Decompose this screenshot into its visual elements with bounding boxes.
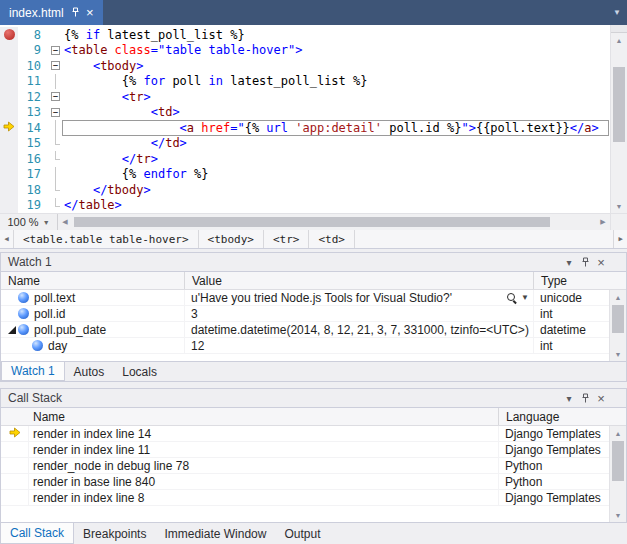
editor-indicator-margin[interactable] (0, 43, 18, 59)
watch-title-bar[interactable]: Watch 1 ▾× (1, 253, 626, 272)
watch-column-type[interactable]: Type (534, 272, 626, 289)
fold-margin[interactable]: − (48, 105, 64, 121)
scrollbar-thumb[interactable] (74, 217, 550, 227)
zoom-control[interactable]: 100 % ▼ (0, 214, 58, 230)
scrollbar-splitter-handle[interactable] (611, 25, 627, 33)
breadcrumb-item-td[interactable]: <td> (309, 230, 355, 248)
pin-icon[interactable] (577, 254, 593, 270)
watch-row[interactable]: poll.textu'Have you tried Node.js Tools … (1, 290, 609, 306)
code-text[interactable]: <tr> (64, 90, 610, 104)
code-text[interactable]: </tbody> (64, 183, 610, 197)
watch-column-name[interactable]: Name (1, 272, 185, 289)
editor-indicator-margin[interactable] (0, 182, 18, 198)
tab-watch-1[interactable]: Watch 1 (1, 362, 65, 381)
watch-column-value[interactable]: Value (185, 272, 534, 289)
expander-expanded-icon[interactable] (8, 326, 16, 334)
fold-margin[interactable]: − (48, 58, 64, 74)
editor-indicator-margin[interactable] (0, 74, 18, 90)
call-stack-row[interactable]: render_node in debug line 78Python (1, 458, 609, 474)
fold-margin[interactable]: − (48, 89, 64, 105)
tab-call-stack[interactable]: Call Stack (0, 523, 74, 544)
fold-margin[interactable] (48, 182, 64, 198)
close-icon[interactable]: × (593, 390, 609, 406)
breadcrumb-item-tr[interactable]: <tr> (264, 230, 310, 248)
scroll-up-icon[interactable]: ▲ (611, 33, 627, 47)
call-stack-row[interactable]: render in index line 8Django Templates (1, 490, 609, 506)
call-stack-scrollbar[interactable]: ▲ ▼ (609, 426, 626, 522)
watch-scrollbar[interactable]: ▲ ▼ (609, 290, 626, 361)
code-text[interactable]: <a href="{% url 'app:detail' poll.id %}"… (64, 121, 610, 135)
watch-value-cell[interactable]: 12 (185, 338, 534, 353)
scrollbar-thumb[interactable] (613, 67, 625, 142)
window-position-icon[interactable]: ▾ (561, 390, 577, 406)
call-stack-title-bar[interactable]: Call Stack ▾× (1, 389, 626, 408)
code-text[interactable]: {% for poll in latest_poll_list %} (64, 74, 610, 88)
editor-indicator-margin[interactable] (0, 151, 18, 167)
collapse-region-icon[interactable]: − (51, 92, 60, 101)
editor-indicator-margin[interactable] (0, 167, 18, 183)
fold-margin[interactable] (48, 167, 64, 183)
fold-margin[interactable] (48, 136, 64, 152)
editor-indicator-margin[interactable] (0, 136, 18, 152)
code-text[interactable]: <td> (64, 105, 610, 119)
watch-row[interactable]: poll.id3int (1, 306, 609, 322)
document-tab-index-html[interactable]: index.html × (0, 0, 103, 25)
tab-immediate-window[interactable]: Immediate Window (155, 523, 275, 544)
fold-margin[interactable] (48, 151, 64, 167)
fold-margin[interactable] (48, 27, 64, 43)
scroll-up-icon[interactable]: ▲ (610, 290, 626, 304)
fold-margin[interactable] (48, 120, 64, 136)
breadcrumb-scroll-left-icon[interactable]: ◀ (0, 230, 14, 248)
tab-locals[interactable]: Locals (113, 362, 166, 381)
code-text[interactable]: </td> (64, 136, 610, 150)
scrollbar-thumb[interactable] (612, 305, 624, 333)
collapse-region-icon[interactable]: − (51, 108, 60, 117)
scroll-up-icon[interactable]: ▲ (610, 426, 626, 440)
scroll-down-icon[interactable]: ▼ (610, 347, 626, 361)
scrollbar-thumb[interactable] (612, 441, 624, 481)
scroll-down-icon[interactable]: ▼ (611, 199, 627, 213)
editor-indicator-margin[interactable] (0, 89, 18, 105)
document-list-chevron-icon[interactable]: ▼ (613, 8, 621, 17)
editor-indicator-margin[interactable] (0, 105, 18, 121)
scroll-down-icon[interactable]: ▼ (610, 508, 626, 522)
tab-output[interactable]: Output (275, 523, 329, 544)
call-stack-column-language[interactable]: Language (499, 408, 626, 425)
breadcrumb-scroll-right-icon[interactable]: ▶ (613, 230, 627, 248)
collapse-region-icon[interactable]: − (51, 46, 60, 55)
window-position-icon[interactable]: ▾ (561, 254, 577, 270)
collapse-region-icon[interactable]: − (51, 61, 60, 70)
scroll-right-icon[interactable]: ▶ (596, 214, 610, 230)
pin-icon[interactable] (69, 5, 83, 21)
editor-indicator-margin[interactable] (0, 27, 18, 43)
call-stack-row[interactable]: render in index line 11Django Templates (1, 442, 609, 458)
pin-icon[interactable] (577, 390, 593, 406)
editor-horizontal-scrollbar[interactable] (72, 214, 596, 230)
scroll-left-icon[interactable]: ◀ (58, 214, 72, 230)
watch-value-cell[interactable]: 3 (185, 306, 534, 321)
editor-vertical-scrollbar[interactable]: ▲ ▼ (610, 25, 627, 213)
watch-row[interactable]: poll.pub_datedatetime.datetime(2014, 8, … (1, 322, 609, 338)
close-icon[interactable]: × (83, 5, 97, 21)
call-stack-row[interactable]: render in index line 14Django Templates (1, 426, 609, 442)
code-text[interactable]: {% if latest_poll_list %} (64, 28, 610, 42)
call-stack-row[interactable]: render in base line 840Python (1, 474, 609, 490)
tab-autos[interactable]: Autos (65, 362, 114, 381)
fold-margin[interactable]: − (48, 43, 64, 59)
watch-value-cell[interactable]: datetime.datetime(2014, 8, 12, 21, 3, 7,… (185, 322, 534, 337)
code-text[interactable]: </table> (64, 198, 610, 212)
watch-value-cell[interactable]: u'Have you tried Node.js Tools for Visua… (185, 290, 534, 305)
breakpoint-icon[interactable] (4, 29, 15, 40)
code-text[interactable]: <table class="table table-hover"> (64, 43, 610, 57)
breadcrumb-item-tbody[interactable]: <tbody> (199, 230, 264, 248)
call-stack-column-name[interactable]: Name (1, 408, 499, 425)
magnifier-icon[interactable] (506, 292, 518, 304)
breadcrumb-item-table[interactable]: <table.table table-hover> (14, 230, 199, 248)
code-text[interactable]: </tr> (64, 152, 610, 166)
editor-indicator-margin[interactable] (0, 198, 18, 214)
code-text[interactable]: {% endfor %} (64, 167, 610, 181)
close-icon[interactable]: × (593, 254, 609, 270)
tab-breakpoints[interactable]: Breakpoints (74, 523, 155, 544)
chevron-down-icon[interactable]: ▼ (521, 293, 529, 302)
editor-indicator-margin[interactable] (0, 120, 18, 136)
